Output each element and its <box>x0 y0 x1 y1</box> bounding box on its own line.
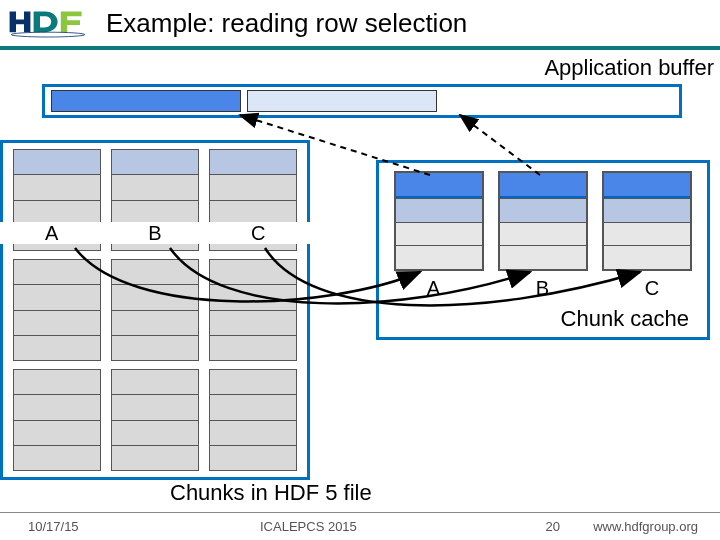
chunk-cache-box: A B C Chunk cache <box>376 160 710 340</box>
cache-col <box>498 171 588 271</box>
file-col-a: A <box>0 222 103 244</box>
cache-col <box>602 171 692 271</box>
chunk <box>111 369 199 471</box>
cache-col-c: C <box>645 277 659 300</box>
buffer-segment-a <box>51 90 241 112</box>
buffer-segment-c <box>443 90 633 112</box>
cache-title: Chunk cache <box>379 300 707 332</box>
footer-date: 10/17/15 <box>0 519 200 534</box>
file-caption: Chunks in HDF 5 file <box>170 480 372 506</box>
application-buffer <box>42 84 682 118</box>
svg-point-0 <box>11 32 85 37</box>
footer-page: 20 <box>490 519 560 534</box>
file-column-labels: A B C <box>0 222 310 244</box>
app-buffer-label: Application buffer <box>544 55 714 81</box>
cache-col-a: A <box>427 277 440 300</box>
footer-venue: ICALEPCS 2015 <box>200 519 490 534</box>
buffer-segment-b <box>247 90 437 112</box>
file-col-c: C <box>207 222 310 244</box>
chunk <box>13 259 101 361</box>
cache-col <box>394 171 484 271</box>
chunk <box>209 369 297 471</box>
chunk <box>13 369 101 471</box>
cache-col-b: B <box>536 277 549 300</box>
chunk <box>209 259 297 361</box>
footer: 10/17/15 ICALEPCS 2015 20 www.hdfgroup.o… <box>0 512 720 540</box>
hdf5-file-box <box>0 140 310 480</box>
hdf-logo <box>8 3 88 43</box>
chunk <box>111 259 199 361</box>
footer-url: www.hdfgroup.org <box>560 519 720 534</box>
slide-title: Example: reading row selection <box>106 8 467 39</box>
file-col-b: B <box>103 222 206 244</box>
